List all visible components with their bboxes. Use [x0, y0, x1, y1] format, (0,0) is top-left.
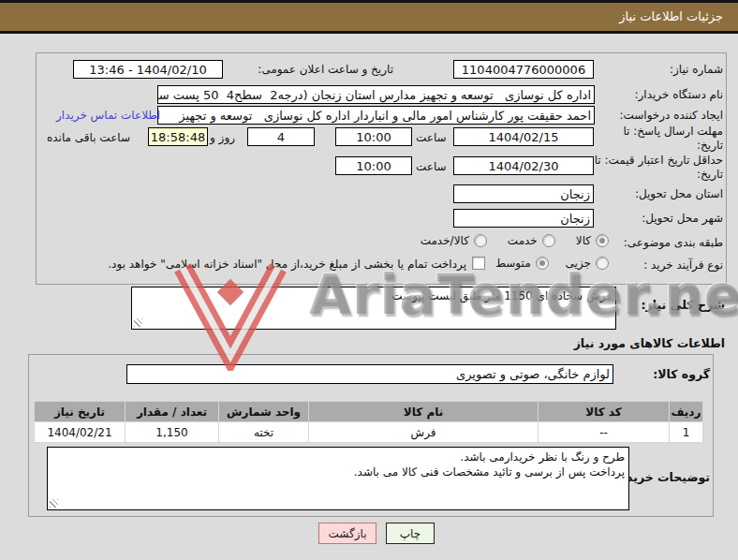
need-details-page: جزئیات اطلاعات نیاز شماره نیاز: 11040047… [0, 0, 738, 560]
need-number-label: شماره نیاز: [670, 63, 723, 76]
print-button[interactable]: چاپ [386, 523, 435, 544]
radio-icon[interactable] [596, 257, 609, 270]
treasury-checkbox[interactable] [472, 257, 485, 270]
buyer-org-field[interactable]: اداره کل نوسازی توسعه و تجهیز مدارس استا… [157, 85, 595, 104]
radio-option-goods-service[interactable]: کالا/خدمت [421, 234, 487, 247]
delivery-province-label: استان محل تحویل: [635, 187, 723, 200]
reply-deadline-hour-label: ساعت [416, 131, 447, 144]
need-description-label: شرح کلی نیاز: [642, 298, 725, 312]
buyer-notes-textarea[interactable]: طرح و رنگ با نظر خریدارمی باشد. پرداخت پ… [47, 447, 629, 510]
cell-item-name: فرش [309, 422, 539, 443]
request-creator-field[interactable]: احمد حقیقت پور کارشناس امور مالی و انبار… [157, 106, 595, 125]
price-validity-time-field[interactable]: 10:00 [335, 156, 412, 175]
cell-need-date: 1404/02/21 [35, 422, 125, 443]
radio-label: خدمت [508, 234, 538, 247]
buyer-org-label: نام دستگاه خریدار: [635, 88, 724, 101]
remaining-days-field[interactable]: 4 [247, 127, 315, 146]
delivery-city-label: شهر محل تحویل: [642, 212, 723, 225]
radio-icon[interactable] [596, 234, 609, 247]
treasury-checkbox-label: پرداخت تمام یا بخشی از مبلغ خرید،از محل … [108, 258, 466, 271]
buyer-contact-link[interactable]: اطلاعات تماس خریدار [56, 109, 160, 122]
radio-icon[interactable] [474, 234, 487, 247]
goods-table-header-row: ردیف کد کالا نام کالا واحد شمارش تعداد /… [35, 402, 703, 422]
buyer-notes-line: پرداخت پس از برسی و تائید مشخصات فنی کال… [52, 464, 625, 479]
title-bar: جزئیات اطلاعات نیاز [0, 0, 738, 34]
radio-icon[interactable] [542, 234, 555, 247]
need-number-field[interactable]: 1104004776000006 [453, 60, 594, 79]
radio-option-goods[interactable]: کالا [576, 234, 609, 247]
buyer-notes-line: طرح و رنگ با نظر خریدارمی باشد. [52, 449, 625, 464]
radio-option-minor[interactable]: جزیی [566, 257, 609, 270]
radio-label: کالا [576, 234, 591, 247]
subject-class-label: طبقه بندی موضوعی: [624, 236, 723, 249]
remaining-time-label: ساعت باقی مانده [47, 131, 130, 144]
resize-grip-icon[interactable] [50, 499, 58, 508]
price-validity-label: حداقل تاریخ اعتبار قیمت: تا تاریخ: [592, 154, 723, 182]
radio-icon[interactable] [536, 257, 549, 270]
radio-option-service[interactable]: خدمت [508, 234, 555, 247]
process-type-label: نوع فرآیند خرید : [643, 258, 723, 272]
reply-deadline-time-field[interactable]: 10:00 [335, 127, 412, 146]
resize-grip-icon[interactable] [134, 318, 142, 327]
goods-section-header: اطلاعات کالاهای مورد نیاز [574, 336, 725, 350]
page-title: جزئیات اطلاعات نیاز [619, 3, 723, 31]
goods-table-row: 1 -- فرش تخته 1,150 1404/02/21 [35, 422, 703, 443]
back-button[interactable]: بازگشت [318, 523, 376, 544]
cell-item-code: -- [539, 422, 670, 443]
process-type-radio-group: جزیی متوسط [495, 257, 609, 270]
announce-datetime-label: تاریخ و ساعت اعلان عمومی: [230, 63, 393, 76]
reply-deadline-label: مهلت ارسال پاسخ: تا تاریخ: [609, 125, 723, 153]
goods-table: ردیف کد کالا نام کالا واحد شمارش تعداد /… [34, 401, 703, 443]
goods-group-label: گروه کالا: [653, 367, 710, 381]
col-header-item-code: کد کالا [539, 402, 670, 422]
cell-unit: تخته [219, 422, 309, 443]
price-validity-hour-label: ساعت [416, 160, 447, 173]
delivery-province-field[interactable]: زنجان [453, 184, 594, 203]
cell-quantity: 1,150 [125, 422, 219, 443]
remaining-time-field[interactable]: 18:58:48 [148, 127, 208, 146]
price-validity-date-field[interactable]: 1404/02/30 [453, 156, 594, 175]
reply-deadline-date-field[interactable]: 1404/02/15 [453, 127, 594, 146]
col-header-quantity: تعداد / مقدار [125, 402, 219, 422]
subject-class-radio-group: کالا خدمت کالا/خدمت [421, 234, 609, 247]
radio-label: جزیی [566, 257, 591, 270]
goods-group-field[interactable]: لوازم خانگی، صوتی و تصویری [126, 364, 613, 384]
need-description-text: فرش سجاده ای 1150 متر طبق لیست پیوست [391, 289, 612, 302]
col-header-row-number: ردیف [670, 402, 703, 422]
radio-label: کالا/خدمت [421, 234, 469, 247]
cell-row-number: 1 [670, 422, 703, 443]
remaining-days-label: روز و [210, 131, 235, 144]
treasury-payment-option: پرداخت تمام یا بخشی از مبلغ خرید،از محل … [108, 257, 485, 271]
need-description-textarea[interactable]: فرش سجاده ای 1150 متر طبق لیست پیوست [131, 287, 616, 330]
col-header-need-date: تاریخ نیاز [35, 402, 125, 422]
radio-option-medium[interactable]: متوسط [495, 257, 549, 270]
announce-datetime-field[interactable]: 1404/02/10 - 13:46 [73, 60, 223, 79]
request-creator-label: ایجاد کننده درخواست: [619, 109, 723, 122]
radio-label: متوسط [495, 257, 531, 270]
col-header-item-name: نام کالا [309, 402, 539, 422]
delivery-city-field[interactable]: زنجان [453, 209, 594, 228]
col-header-unit: واحد شمارش [219, 402, 309, 422]
